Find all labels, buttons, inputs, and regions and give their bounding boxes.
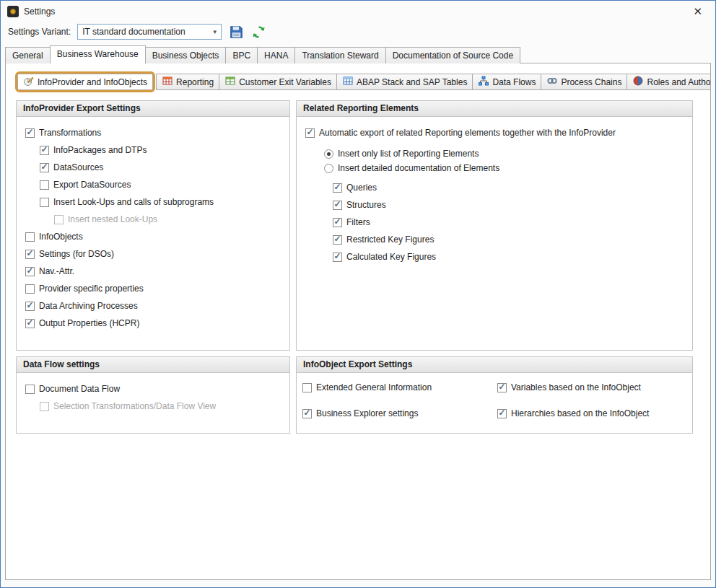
checkbox-automatic-export-related-reporting[interactable]: Automatic export of related Reporting el… (302, 124, 686, 141)
checkbox-datasources[interactable]: DataSources (22, 159, 284, 176)
checkbox[interactable] (25, 232, 35, 242)
checkbox-label: Nav.-Attr. (39, 266, 74, 276)
checkbox-label: InfoObjects (39, 232, 83, 242)
checkbox[interactable] (497, 409, 507, 418)
checkbox-label: Business Explorer settings (316, 408, 418, 418)
checkbox-export-datasources[interactable]: Export DataSources (22, 176, 284, 193)
variant-row: Settings Variant: IT standard documentat… (1, 22, 715, 45)
checkbox-label: Automatic export of related Reporting el… (319, 128, 616, 138)
checkbox[interactable] (302, 409, 312, 418)
checkbox[interactable] (25, 385, 35, 394)
checkbox[interactable] (40, 180, 49, 190)
checkbox-extended-general-information[interactable]: Extended General Information (302, 379, 497, 396)
checkbox-nav-attr[interactable]: Nav.-Attr. (22, 263, 284, 280)
abap-stack-icon (342, 75, 354, 89)
checkbox[interactable] (333, 253, 342, 262)
radio-label: Insert detailed documentation of Element… (338, 163, 499, 173)
tab-bpc[interactable]: BPC (225, 47, 258, 63)
checkbox-structures[interactable]: Structures (302, 196, 686, 214)
radio-insert-only-list[interactable]: Insert only list of Reporting Elements (302, 147, 686, 160)
checkbox-filters[interactable]: Filters (302, 214, 686, 231)
checkbox[interactable] (302, 383, 312, 392)
subtab-label: ABAP Stack and SAP Tables (357, 77, 467, 87)
subtab-customer-exit-variables[interactable]: Customer Exit Variables (219, 74, 337, 90)
checkbox-infopackages-and-dtps[interactable]: InfoPackages and DTPs (22, 141, 284, 159)
checkbox-business-explorer-settings[interactable]: Business Explorer settings (302, 405, 497, 422)
checkbox[interactable] (333, 235, 342, 245)
main-tab-bar: General Business Warehouse Business Obje… (1, 45, 715, 63)
checkbox-infoobjects[interactable]: InfoObjects (22, 228, 284, 245)
subtab-label: Reporting (176, 77, 214, 87)
checkbox-label: Transformations (39, 128, 101, 138)
checkbox-queries[interactable]: Queries (302, 179, 686, 196)
checkbox-label: InfoPackages and DTPs (53, 145, 147, 155)
checkbox[interactable] (497, 383, 507, 392)
checkbox-hierarchies-based-on-infoobject[interactable]: Hierarchies based on the InfoObject (497, 405, 686, 422)
process-chains-icon (546, 75, 558, 89)
titlebar: Settings ✕ (1, 1, 715, 22)
checkbox-calculated-key-figures[interactable]: Calculated Key Figures (302, 248, 686, 266)
checkbox-transformations[interactable]: Transformations (22, 124, 284, 141)
checkbox[interactable] (305, 128, 315, 138)
tab-hana[interactable]: HANA (257, 47, 295, 63)
checkbox-label: Document Data Flow (39, 384, 120, 394)
roles-authorizations-icon (632, 75, 644, 89)
checkbox-label: Calculated Key Figures (346, 252, 436, 262)
tab-documentation-of-source-code[interactable]: Documentation of Source Code (385, 47, 520, 63)
checkbox-settings-for-dsos[interactable]: Settings (for DSOs) (22, 245, 284, 263)
window-title: Settings (24, 6, 55, 17)
checkbox[interactable] (25, 319, 35, 328)
checkbox-label: Insert Look-Ups and calls of subprograms (53, 197, 214, 207)
checkbox-provider-specific-properties[interactable]: Provider specific properties (22, 280, 284, 297)
checkbox[interactable] (25, 128, 35, 138)
chevron-down-icon[interactable] (209, 25, 221, 39)
checkbox-output-properties-hcpr[interactable]: Output Properties (HCPR) (22, 315, 284, 332)
subtab-process-chains[interactable]: Process Chains (541, 74, 627, 90)
checkbox-restricted-key-figures[interactable]: Restricted Key Figures (302, 231, 686, 248)
checkbox[interactable] (40, 198, 49, 207)
radio-button[interactable] (324, 149, 333, 159)
checkbox[interactable] (333, 218, 342, 227)
group-title: InfoObject Export Settings (297, 357, 692, 373)
group-infoprovider-export-settings: InfoProvider Export Settings Transformat… (16, 100, 290, 351)
checkbox-selection-transformations-data-flow-view: Selection Transformations/Data Flow View (22, 398, 284, 415)
subtab-label: Process Chains (561, 77, 621, 87)
checkbox-data-archiving-processes[interactable]: Data Archiving Processes (22, 297, 284, 315)
subtab-data-flows[interactable]: Data Flows (472, 74, 541, 90)
checkbox-insert-lookups[interactable]: Insert Look-Ups and calls of subprograms (22, 193, 284, 211)
variant-combobox[interactable]: IT standard documentation (77, 24, 222, 40)
checkbox-label: Insert nested Look-Ups (68, 214, 157, 224)
save-icon[interactable] (228, 24, 244, 40)
checkbox-label: Export DataSources (53, 180, 131, 190)
checkbox[interactable] (25, 267, 35, 276)
checkbox[interactable] (40, 163, 49, 172)
data-flows-icon (478, 75, 489, 89)
checkbox[interactable] (40, 146, 49, 155)
checkbox-document-data-flow[interactable]: Document Data Flow (22, 380, 284, 398)
checkbox[interactable] (25, 302, 35, 311)
checkbox-variables-based-on-infoobject[interactable]: Variables based on the InfoObject (497, 379, 686, 396)
checkbox[interactable] (333, 183, 342, 193)
subtab-infoprovider-and-infoobjects[interactable]: InfoProvider and InfoObjects (17, 74, 153, 90)
checkbox-label: Selection Transformations/Data Flow View (53, 401, 216, 411)
group-infoobject-export-settings: InfoObject Export Settings Extended Gene… (296, 356, 693, 434)
tab-general[interactable]: General (5, 47, 51, 63)
tab-translation-steward[interactable]: Translation Steward (294, 47, 385, 63)
variant-value: IT standard documentation (82, 27, 185, 37)
group-title: InfoProvider Export Settings (17, 101, 289, 117)
checkbox[interactable] (25, 284, 35, 294)
checkbox[interactable] (333, 201, 342, 210)
radio-button[interactable] (324, 164, 333, 173)
checkbox-label: Data Archiving Processes (39, 301, 138, 311)
subtab-reporting[interactable]: Reporting (156, 74, 219, 90)
close-icon[interactable]: ✕ (689, 4, 707, 19)
tab-business-objects[interactable]: Business Objects (145, 47, 227, 63)
refresh-icon[interactable] (250, 24, 266, 40)
infoprovider-icon (23, 75, 35, 89)
radio-insert-detailed-documentation[interactable]: Insert detailed documentation of Element… (302, 162, 686, 175)
checkbox[interactable] (25, 250, 35, 259)
subtab-abap-stack-and-sap-tables[interactable]: ABAP Stack and SAP Tables (336, 74, 473, 90)
subtab-roles-and-authorizations[interactable]: Roles and Authorizations (626, 74, 711, 90)
subtab-label: Data Flows (492, 77, 536, 87)
tab-business-warehouse[interactable]: Business Warehouse (50, 45, 146, 63)
